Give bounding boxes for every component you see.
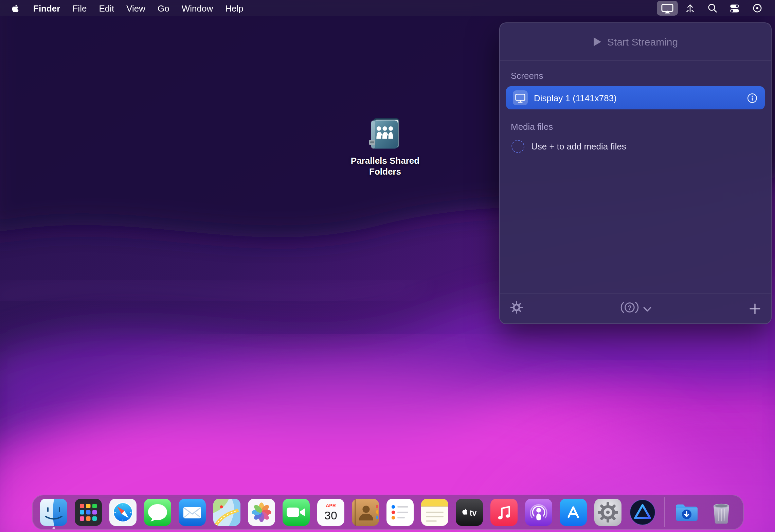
desktop-icon-label: Parallels Shared Folders [348,156,422,178]
apple-menu[interactable] [7,3,23,13]
parallels-shared-folders-desktop-icon[interactable]: Parallels Shared Folders [348,117,422,178]
spotlight-search-icon[interactable] [701,0,723,16]
menu-bar: Finder File Edit View Go Window Help [0,0,775,16]
notes-icon [421,499,448,526]
dock-item-messages[interactable] [140,495,175,530]
dock-item-calendar[interactable]: APR 30 [313,495,348,530]
menu-bar-status-items [656,0,768,16]
dock-item-facetime[interactable] [279,495,313,530]
dock-item-system-preferences[interactable] [591,495,625,530]
menu-file[interactable]: File [66,3,93,13]
dock-item-photos[interactable] [244,495,279,530]
photos-icon [248,499,275,526]
svg-text:APR: APR [326,503,336,508]
downloads-folder-icon [673,499,700,526]
svg-text:?: ? [627,304,631,311]
music-icon [490,499,518,526]
dock-item-music[interactable] [487,495,521,530]
appletv-icon: tv [456,499,483,526]
trash-icon [708,499,735,526]
media-hint-text: Use + to add media files [531,141,626,152]
play-icon [593,37,602,47]
system-preferences-icon [594,499,621,526]
control-center-icon[interactable] [723,0,746,16]
dock-item-mail[interactable] [175,495,210,530]
arrow-icon[interactable] [679,0,701,16]
dock-item-downloads[interactable] [669,495,704,530]
appstore-icon [560,499,587,526]
info-icon[interactable] [746,92,758,104]
dock-item-appstore[interactable] [556,495,591,530]
contacts-icon [352,499,379,526]
dock-item-reminders[interactable] [383,495,417,530]
chevron-down-icon[interactable] [643,303,651,315]
dock-separator [660,495,669,530]
streaming-popover: Start Streaming Screens Display 1 (1141x… [499,22,772,324]
settings-gear-icon[interactable] [510,301,523,317]
media-files-section-label: Media files [506,122,765,132]
dock-item-finder[interactable] [36,495,71,530]
menu-window[interactable]: Window [176,3,219,13]
dock-item-trash[interactable] [704,495,739,530]
popover-footer: ? [500,294,771,323]
dock-item-podcasts[interactable] [521,495,556,530]
menu-view[interactable]: View [120,3,151,13]
popover-body: Screens Display 1 (1141x783) [500,61,771,294]
apple-logo-icon [10,3,20,13]
mail-icon [179,499,206,526]
dock-item-safari[interactable] [106,495,140,530]
help-icon[interactable]: ? [620,300,639,317]
add-media-placeholder-icon [511,140,524,153]
menu-help[interactable]: Help [219,3,250,13]
calendar-icon: APR 30 [317,499,344,526]
menu-go[interactable]: Go [151,3,176,13]
messages-icon [144,499,171,526]
dock-item-juststream[interactable] [625,495,660,530]
macos-desktop: Finder File Edit View Go Window Help [0,0,775,532]
reminders-icon [386,499,414,526]
dock-item-launchpad[interactable] [71,495,106,530]
media-files-empty-hint: Use + to add media files [506,140,765,153]
menu-edit[interactable]: Edit [93,3,120,13]
dock-item-contacts[interactable] [348,495,383,530]
shared-folders-drive-icon [365,117,405,152]
start-streaming-button[interactable]: Start Streaming [500,23,771,61]
finder-icon [40,499,67,526]
podcasts-icon [525,499,552,526]
status-circle-icon[interactable] [746,0,768,16]
maps-icon [213,499,240,526]
dock-item-notes[interactable] [417,495,452,530]
screen-mirroring-icon[interactable] [656,0,679,16]
launchpad-icon [75,499,102,526]
dock-item-maps[interactable] [210,495,244,530]
add-plus-icon[interactable] [749,303,761,315]
facetime-icon [283,499,310,526]
juststream-icon [629,499,656,526]
start-streaming-label: Start Streaming [607,36,678,48]
safari-icon [109,499,137,526]
dock: APR 30 [32,495,743,530]
svg-text:tv: tv [470,509,477,517]
svg-text:30: 30 [324,509,337,522]
display-item-label: Display 1 (1141x783) [534,93,740,103]
screens-section-label: Screens [506,71,765,81]
active-app-menu[interactable]: Finder [27,3,66,13]
display-icon [513,90,528,105]
display-list-item[interactable]: Display 1 (1141x783) [506,86,765,109]
dock-item-appletv[interactable]: tv [452,495,487,530]
